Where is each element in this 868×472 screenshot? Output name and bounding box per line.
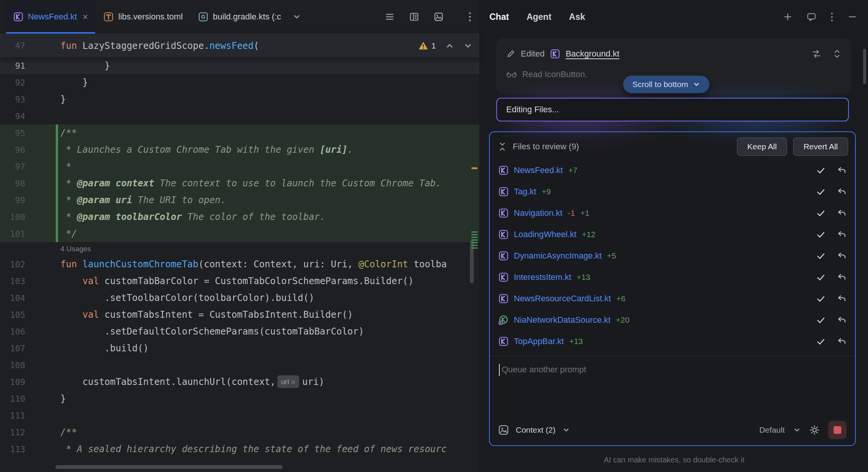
file-row-actions (816, 230, 847, 239)
line-number: 93 (0, 95, 60, 104)
more-options-icon[interactable] (468, 12, 472, 22)
additions-count: +13 (577, 273, 590, 282)
close-icon[interactable]: × (82, 12, 88, 22)
accept-file-button[interactable] (816, 209, 826, 218)
code-line: 97 * (0, 158, 479, 175)
previous-issue-icon[interactable] (445, 41, 454, 50)
revert-file-button[interactable] (837, 294, 847, 303)
accept-file-button[interactable] (816, 230, 826, 239)
file-link[interactable]: Navigation.kt (514, 208, 562, 218)
code-text: .build() (60, 340, 149, 357)
accept-file-button[interactable] (816, 294, 826, 304)
additions-count: +12 (582, 230, 596, 239)
split-preview-icon[interactable] (409, 12, 419, 22)
file-link[interactable]: LoadingWheel.kt (514, 230, 577, 239)
edited-file-link[interactable]: Background.kt (565, 49, 619, 59)
hide-panel-icon[interactable] (847, 12, 857, 22)
editor-tab-libs-versions-toml[interactable]: libs.versions.toml (96, 0, 191, 34)
line-number: 96 (0, 145, 60, 155)
file-link[interactable]: TopAppBar.kt (514, 336, 564, 346)
edited-file-actions (811, 49, 841, 59)
revert-file-button[interactable] (837, 315, 847, 325)
editor-tab-newsfeed-kt[interactable]: NewsFeed.kt× (5, 0, 96, 34)
code-text: } (60, 74, 88, 91)
editor-horizontal-scrollbar[interactable] (55, 465, 283, 469)
tab-ask[interactable]: Ask (569, 12, 585, 22)
model-selector[interactable]: Default (759, 425, 785, 435)
code-line: 96 * Launches a Custom Chrome Tab with t… (0, 141, 479, 158)
gear-icon[interactable] (809, 425, 820, 435)
code-line: 102fun launchCustomChromeTab(context: Co… (0, 256, 479, 273)
code-line: 93} (0, 91, 479, 108)
additions-count: +20 (616, 315, 630, 325)
accept-file-button[interactable] (816, 315, 826, 325)
next-issue-icon[interactable] (463, 41, 473, 50)
stop-button[interactable] (828, 421, 847, 439)
kotlin-icon (498, 294, 508, 304)
accept-file-button[interactable] (816, 187, 826, 197)
revert-file-button[interactable] (837, 230, 847, 239)
chat-scrollbar[interactable] (863, 49, 866, 84)
line-number: 113 (0, 445, 60, 454)
accept-file-button[interactable] (816, 337, 826, 346)
file-link[interactable]: NewsFeed.kt (514, 165, 563, 175)
apply-diff-icon[interactable] (811, 49, 821, 59)
review-file-row: Tag.kt+9 (490, 181, 855, 202)
revert-file-button[interactable] (837, 251, 847, 260)
chevron-down-icon[interactable] (293, 13, 301, 21)
warning-count[interactable]: 1 (418, 41, 436, 50)
line-number: 108 (0, 360, 60, 370)
line-number: 103 (0, 276, 60, 286)
file-link[interactable]: Tag.kt (514, 187, 536, 197)
review-title: Files to review (9) (513, 142, 579, 152)
editor-tab-build-gradle-kts-c[interactable]: Gbuild.gradle.kts (:c (190, 0, 289, 34)
diff-stripe-marks[interactable] (471, 231, 478, 249)
ai-disclaimer: AI can make mistakes, so double-check it (480, 456, 868, 464)
accept-file-button[interactable] (816, 273, 826, 282)
chevron-down-icon[interactable] (793, 426, 801, 434)
review-file-row: NewsFeed.kt+7 (490, 160, 855, 181)
keep-all-button[interactable]: Keep All (737, 137, 787, 156)
chat-history-icon[interactable] (806, 12, 816, 22)
revert-file-button[interactable] (837, 209, 847, 218)
revert-file-button[interactable] (837, 187, 847, 196)
revert-all-button[interactable]: Revert All (793, 137, 848, 156)
file-link[interactable]: NiaNetworkDataSource.kt (514, 315, 611, 325)
chevron-down-icon[interactable] (562, 426, 570, 434)
chat-body: Edited Background.kt Rea (480, 34, 868, 472)
accept-file-button[interactable] (816, 251, 826, 261)
more-options-icon[interactable] (830, 12, 834, 22)
line-number: 104 (0, 293, 60, 303)
prompt-input[interactable]: Queue another prompt (490, 356, 855, 421)
revert-file-button[interactable] (837, 166, 847, 175)
code-line: 108 (0, 357, 479, 373)
warning-stripe-mark[interactable] (471, 167, 478, 169)
tab-label: libs.versions.toml (118, 12, 183, 22)
file-link[interactable]: DynamicAsyncImage.kt (514, 251, 602, 261)
file-row-actions (816, 273, 847, 282)
file-link[interactable]: NewsResourceCardList.kt (514, 294, 611, 304)
file-row-actions (816, 187, 847, 197)
new-chat-icon[interactable] (783, 12, 793, 22)
review-header: Files to review (9) Keep All Revert All (490, 132, 855, 159)
accept-file-button[interactable] (816, 166, 826, 175)
revert-file-button[interactable] (837, 273, 847, 282)
scroll-to-bottom-button[interactable]: Scroll to bottom (623, 76, 709, 93)
tab-chat[interactable]: Chat (489, 12, 509, 22)
tab-agent[interactable]: Agent (526, 12, 551, 22)
structure-view-icon[interactable] (385, 12, 395, 22)
attach-image-icon[interactable] (498, 425, 509, 435)
edited-file-row: Edited Background.kt (506, 44, 841, 63)
usages-inlay-hint[interactable]: 4 Usages (60, 245, 91, 253)
sticky-code-line: 47 fun LazyStaggeredGridScope.newsFeed( … (0, 34, 479, 57)
revert-file-button[interactable] (837, 337, 847, 346)
context-selector[interactable]: Context (2) (516, 425, 555, 435)
file-link[interactable]: InterestsItem.kt (514, 272, 571, 282)
line-number: 110 (0, 394, 60, 404)
image-preview-icon[interactable] (434, 12, 444, 22)
prompt-right-controls: Default (759, 421, 847, 439)
collapse-icon[interactable] (498, 142, 507, 152)
kotlin-icon (498, 251, 508, 261)
code-line: 95/** (0, 124, 479, 141)
expand-icon[interactable] (833, 49, 841, 59)
